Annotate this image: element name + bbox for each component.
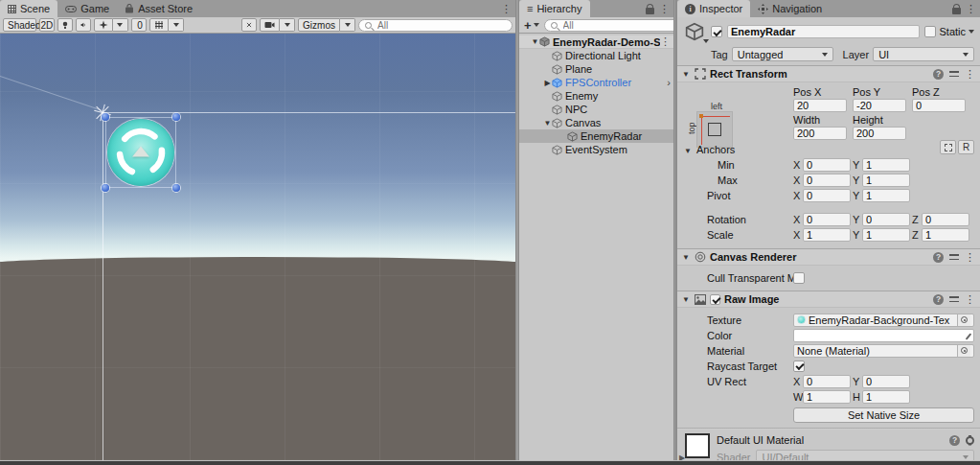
tab-hierarchy[interactable]: ≡ Hierarchy [519, 0, 590, 17]
prefab-open-chevron[interactable]: › [667, 77, 673, 88]
tab-game[interactable]: Game [57, 0, 117, 17]
height-field[interactable] [853, 127, 906, 140]
foldout-icon[interactable]: ▼ [682, 70, 691, 79]
scale-y-field[interactable] [862, 228, 910, 242]
tab-asset-store[interactable]: Asset Store [117, 0, 200, 17]
object-picker-button[interactable] [957, 344, 970, 358]
selection-handle-top-left[interactable] [102, 113, 109, 121]
component-enabled-checkbox[interactable] [710, 294, 720, 305]
foldout-icon[interactable]: ▶ [543, 79, 552, 87]
gameobject-name-field[interactable] [727, 25, 920, 38]
scene-camera-dropdown[interactable] [280, 18, 295, 32]
grid-settings-dropdown[interactable] [169, 18, 184, 32]
foldout-icon[interactable]: ▼ [682, 253, 691, 262]
component-menu-icon[interactable]: ⋮ [965, 69, 975, 80]
presets-icon[interactable] [949, 70, 959, 78]
hierarchy-panel-menu-icon[interactable]: ⋮ [659, 4, 670, 14]
hierarchy-item-enemyradar[interactable]: EnemyRadar [519, 129, 673, 143]
hierarchy-item-directional-light[interactable]: Directional Light [519, 49, 673, 62]
scene-camera-button[interactable] [260, 18, 280, 32]
color-swatch-field[interactable] [793, 329, 974, 342]
pivot-x-field[interactable] [803, 189, 851, 202]
anchor-max-x-field[interactable] [803, 174, 851, 187]
blueprint-mode-button[interactable] [940, 140, 956, 154]
scene-search-input[interactable] [376, 19, 506, 32]
pos-z-field[interactable] [912, 99, 966, 112]
component-menu-icon[interactable]: ⋮ [965, 252, 975, 263]
rotation-y-field[interactable] [862, 213, 910, 226]
help-icon[interactable]: ? [933, 69, 944, 80]
selection-handle-bottom-left[interactable] [102, 184, 109, 192]
width-field[interactable] [793, 127, 847, 140]
hierarchy-item-plane[interactable]: Plane [519, 62, 673, 76]
component-menu-icon[interactable]: ⋮ [965, 294, 975, 305]
shading-mode-dropdown[interactable]: Shaded [3, 18, 36, 32]
enemy-radar-widget[interactable] [107, 119, 174, 186]
gizmos-dropdown[interactable]: Gizmos [298, 18, 340, 32]
tab-navigation[interactable]: Navigation [750, 0, 830, 17]
lock-icon[interactable] [952, 8, 961, 14]
scene-tools-button[interactable] [241, 18, 257, 32]
eyedropper-icon[interactable] [960, 331, 972, 341]
presets-icon[interactable] [949, 253, 959, 261]
gizmos-caret[interactable] [340, 18, 355, 32]
set-native-size-button[interactable]: Set Native Size [793, 407, 974, 423]
inspector-panel-menu-icon[interactable]: ⋮ [966, 4, 976, 14]
rotation-x-field[interactable] [803, 213, 851, 226]
hierarchy-item-npc[interactable]: NPC [519, 103, 673, 116]
tab-inspector[interactable]: i Inspector [677, 0, 750, 17]
static-checkbox[interactable] [924, 26, 936, 37]
layer-dropdown[interactable]: UI [873, 47, 974, 61]
foldout-icon[interactable]: ▼ [531, 37, 539, 46]
help-icon[interactable]: ? [933, 252, 944, 263]
cull-transparent-mesh-checkbox[interactable] [793, 272, 805, 284]
toggle-2d-button[interactable]: 2D [39, 18, 55, 32]
scene-effects-button[interactable] [94, 18, 113, 32]
anchor-preset-box[interactable] [696, 111, 733, 148]
raycast-target-checkbox[interactable] [793, 360, 805, 372]
tag-dropdown[interactable]: Untagged [732, 47, 833, 61]
material-thumbnail[interactable] [685, 433, 710, 458]
pos-y-field[interactable] [853, 99, 906, 112]
uv-y-field[interactable] [862, 375, 910, 388]
anchor-min-y-field[interactable] [862, 158, 910, 172]
scene-visibility-button[interactable]: 0 [131, 18, 147, 32]
rotation-z-field[interactable] [922, 213, 969, 226]
gameobject-big-icon[interactable] [683, 20, 706, 43]
anchors-foldout[interactable]: Anchors [677, 144, 793, 155]
anchor-max-y-field[interactable] [862, 174, 910, 187]
anchor-min-x-field[interactable] [803, 158, 851, 172]
foldout-icon[interactable]: ▼ [682, 295, 691, 304]
rect-transform-header[interactable]: ▼ Rect Transform ? ⋮ [677, 65, 980, 82]
raw-image-header[interactable]: ▼ Raw Image ? ⋮ [677, 291, 980, 308]
anchor-preset-widget[interactable]: left top [687, 102, 744, 148]
pivot-y-field[interactable] [862, 189, 910, 202]
create-object-button[interactable]: + [522, 19, 541, 32]
static-control[interactable]: Static [924, 26, 974, 37]
selection-handle-top-right[interactable] [172, 113, 180, 121]
scale-x-field[interactable] [803, 228, 851, 242]
grid-visibility-button[interactable] [149, 18, 169, 32]
canvas-renderer-header[interactable]: ▼ Canvas Renderer ? ⋮ [677, 248, 980, 266]
scene-row-menu-icon[interactable]: ⋮ [660, 36, 673, 47]
scene-search-field[interactable] [358, 19, 513, 32]
selection-handle-bottom-right[interactable] [172, 184, 180, 192]
hierarchy-item-fpscontroller[interactable]: ▶ FPSController › [519, 76, 673, 89]
scale-z-field[interactable] [922, 228, 969, 242]
raw-edit-mode-button[interactable]: R [958, 140, 974, 154]
hierarchy-scene-row[interactable]: ▼ EnemyRadar-Demo-Scene ⋮ [519, 35, 673, 49]
help-icon[interactable]: ? [933, 294, 944, 305]
presets-icon[interactable] [949, 295, 959, 303]
material-object-field[interactable]: None (Material) [793, 344, 974, 358]
tab-scene[interactable]: Scene [0, 0, 57, 17]
foldout-icon[interactable]: ▼ [543, 119, 552, 128]
hierarchy-item-enemy[interactable]: Enemy [519, 89, 673, 103]
uv-x-field[interactable] [803, 375, 851, 388]
hierarchy-search-input[interactable] [561, 19, 692, 32]
active-checkbox[interactable] [711, 26, 722, 37]
uv-h-field[interactable] [862, 390, 910, 404]
scene-audio-button[interactable] [76, 18, 91, 32]
lock-icon[interactable] [646, 8, 654, 14]
scene-lighting-button[interactable] [57, 18, 73, 32]
help-icon[interactable]: ? [949, 435, 960, 446]
